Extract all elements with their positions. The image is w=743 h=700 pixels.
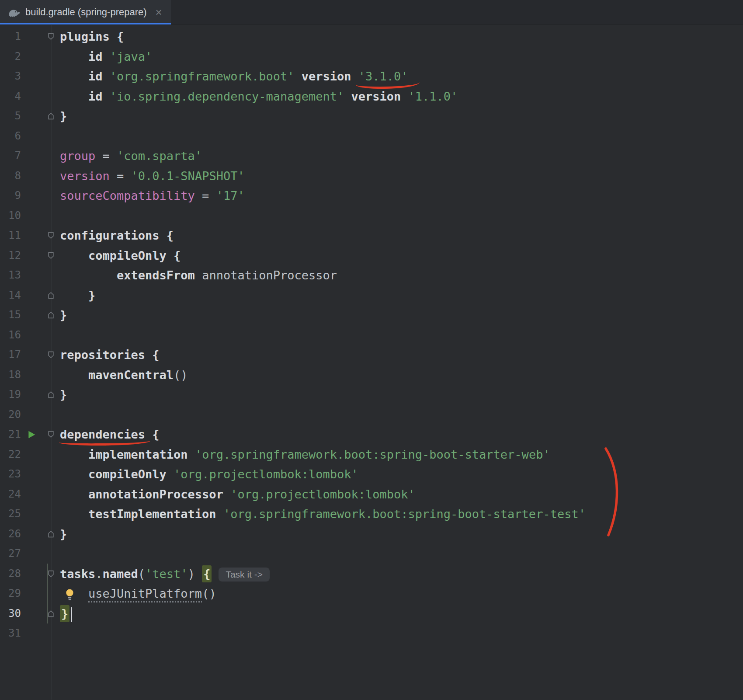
line-number[interactable]: 15 (0, 305, 21, 325)
code-line[interactable]: 18 mavenCentral() (0, 365, 743, 385)
code-content[interactable] (60, 544, 743, 564)
line-number[interactable]: 23 (0, 464, 21, 484)
line-number[interactable]: 26 (0, 524, 21, 544)
code-content[interactable]: tasks.named('test') {Task it -> (60, 564, 743, 584)
line-number[interactable]: 11 (0, 226, 21, 246)
code-content[interactable]: compileOnly { (60, 246, 743, 266)
fold-start-icon[interactable] (42, 564, 60, 584)
fold-end-icon[interactable] (42, 604, 60, 624)
line-number[interactable]: 5 (0, 106, 21, 126)
line-number[interactable]: 27 (0, 544, 21, 564)
line-number[interactable]: 29 (0, 584, 21, 604)
code-content[interactable]: } (60, 305, 743, 325)
code-content[interactable] (60, 206, 743, 226)
tab-close-icon[interactable]: × (156, 7, 162, 18)
code-line[interactable]: 14 } (0, 286, 743, 306)
code-line[interactable]: 28tasks.named('test') {Task it -> (0, 564, 743, 584)
line-number[interactable]: 7 (0, 146, 21, 166)
code-line[interactable]: 6 (0, 126, 743, 146)
code-line[interactable]: 1plugins { (0, 27, 743, 47)
code-content[interactable]: id 'io.spring.dependency-management' ver… (60, 87, 743, 107)
code-line[interactable]: 3 id 'org.springframework.boot' version … (0, 66, 743, 87)
code-content[interactable]: mavenCentral() (60, 365, 743, 385)
line-number[interactable]: 18 (0, 365, 21, 385)
run-button[interactable] (21, 425, 42, 445)
code-line[interactable]: 2 id 'java' (0, 47, 743, 67)
code-content[interactable]: plugins { (60, 27, 743, 47)
line-number[interactable]: 25 (0, 504, 21, 524)
code-content[interactable]: } (60, 604, 743, 624)
fold-end-icon[interactable] (42, 106, 60, 126)
code-line[interactable]: 23 compileOnly 'org.projectlombok:lombok… (0, 464, 743, 484)
line-number[interactable]: 9 (0, 186, 21, 206)
code-line[interactable]: 4 id 'io.spring.dependency-management' v… (0, 87, 743, 107)
code-line[interactable]: 20 (0, 405, 743, 425)
code-content[interactable] (60, 623, 743, 644)
code-line[interactable]: 12 compileOnly { (0, 246, 743, 266)
fold-end-icon[interactable] (42, 385, 60, 405)
line-number[interactable]: 19 (0, 385, 21, 405)
editor-tab[interactable]: build.gradle (spring-prepare) × (0, 0, 171, 24)
fold-end-icon[interactable] (42, 524, 60, 544)
fold-end-icon[interactable] (42, 305, 60, 325)
code-line[interactable]: 5} (0, 106, 743, 126)
line-number[interactable]: 13 (0, 265, 21, 286)
code-content[interactable] (60, 325, 743, 345)
fold-start-icon[interactable] (42, 246, 60, 266)
code-content[interactable]: } (60, 286, 743, 306)
line-number[interactable]: 12 (0, 246, 21, 266)
line-number[interactable]: 22 (0, 445, 21, 465)
line-number[interactable]: 16 (0, 325, 21, 345)
code-content[interactable]: useJUnitPlatform() (60, 584, 743, 604)
code-content[interactable]: version = '0.0.1-SNAPSHOT' (60, 166, 743, 186)
code-line[interactable]: 25 testImplementation 'org.springframewo… (0, 504, 743, 524)
fold-end-icon[interactable] (42, 286, 60, 306)
code-line[interactable]: 26} (0, 524, 743, 544)
code-content[interactable]: } (60, 524, 743, 544)
line-number[interactable]: 10 (0, 206, 21, 226)
line-number[interactable]: 8 (0, 166, 21, 186)
code-content[interactable] (60, 405, 743, 425)
line-number[interactable]: 6 (0, 126, 21, 146)
code-line[interactable]: 29 useJUnitPlatform() (0, 584, 743, 604)
line-number[interactable]: 17 (0, 345, 21, 365)
code-content[interactable]: } (60, 385, 743, 405)
line-number[interactable]: 4 (0, 87, 21, 107)
line-number[interactable]: 1 (0, 27, 21, 47)
line-number[interactable]: 2 (0, 47, 21, 67)
fold-start-icon[interactable] (42, 27, 60, 47)
code-content[interactable]: implementation 'org.springframework.boot… (60, 445, 743, 465)
code-content[interactable]: dependencies { (60, 425, 743, 445)
code-line[interactable]: 10 (0, 206, 743, 226)
line-number[interactable]: 28 (0, 564, 21, 584)
line-number[interactable]: 14 (0, 286, 21, 306)
code-line[interactable]: 19} (0, 385, 743, 405)
code-line[interactable]: 31 (0, 623, 743, 644)
code-line[interactable]: 11configurations { (0, 226, 743, 246)
line-number[interactable]: 21 (0, 425, 21, 445)
line-number[interactable]: 31 (0, 623, 21, 644)
code-content[interactable]: annotationProcessor 'org.projectlombok:l… (60, 484, 743, 505)
code-line[interactable]: 9sourceCompatibility = '17' (0, 186, 743, 206)
code-line[interactable]: 27 (0, 544, 743, 564)
code-line[interactable]: 15} (0, 305, 743, 325)
code-line[interactable]: 21dependencies { (0, 425, 743, 445)
code-line[interactable]: 16 (0, 325, 743, 345)
code-content[interactable]: repositories { (60, 345, 743, 365)
fold-start-icon[interactable] (42, 425, 60, 445)
code-line[interactable]: 30} (0, 604, 743, 624)
code-content[interactable]: sourceCompatibility = '17' (60, 186, 743, 206)
fold-start-icon[interactable] (42, 345, 60, 365)
code-content[interactable] (60, 126, 743, 146)
code-line[interactable]: 17repositories { (0, 345, 743, 365)
code-content[interactable]: testImplementation 'org.springframework.… (60, 504, 743, 524)
line-number[interactable]: 3 (0, 66, 21, 87)
code-content[interactable]: id 'org.springframework.boot' version '3… (60, 66, 743, 87)
code-content[interactable]: extendsFrom annotationProcessor (60, 265, 743, 286)
fold-start-icon[interactable] (42, 226, 60, 246)
code-line[interactable]: 22 implementation 'org.springframework.b… (0, 445, 743, 465)
inlay-hint[interactable]: Task it -> (219, 568, 270, 582)
line-number[interactable]: 24 (0, 484, 21, 505)
code-line[interactable]: 24 annotationProcessor 'org.projectlombo… (0, 484, 743, 505)
code-content[interactable]: id 'java' (60, 47, 743, 67)
